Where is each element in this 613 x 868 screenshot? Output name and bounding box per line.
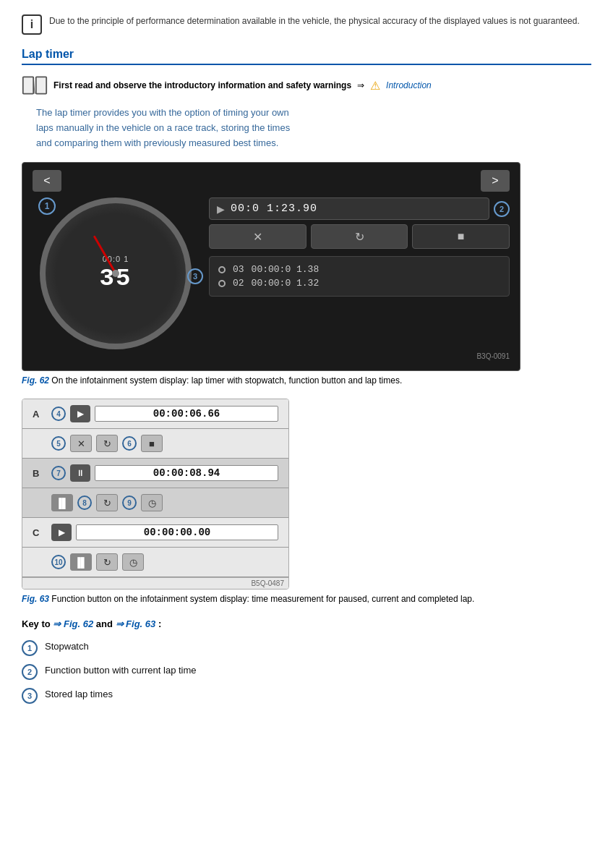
description-text: The lap timer provides you with the opti… (36, 106, 296, 150)
lap-record-row-2: 02 00:00:0 1.32 (218, 276, 500, 290)
fig63-section-b: B 7 ⏸ 00:00:08.94 (22, 459, 288, 488)
lap-time-2: 00:00:0 1.32 (252, 278, 320, 289)
fig62-container: < > 1 00:0 1 35 ▶ 00:0 1:23. (22, 162, 591, 386)
func-btns: ✕ ↻ ■ (209, 224, 510, 249)
book-icon (22, 75, 48, 95)
fig63-clock-btn-c[interactable]: ◷ (122, 553, 144, 571)
fig63-label-c: C (33, 527, 44, 538)
key-label-1: Stopwatch (45, 639, 89, 654)
fig63-lap-btn-b[interactable]: ↻ (96, 494, 118, 511)
key-fig63-ref: ⇒ Fig. 63 (116, 618, 156, 629)
stop-func-btn[interactable]: ■ (412, 224, 510, 249)
lap-record-row-1: 03 00:00:0 1.38 (218, 263, 500, 276)
warning-row: First read and observe the introductory … (22, 75, 591, 95)
fig63-section-c-func: 10 ▐▌ ↻ ◷ (22, 548, 288, 577)
lap-time-btn[interactable]: ▶ 00:0 1:23.90 (209, 197, 489, 220)
fig63-play-btn-c[interactable]: ▶ (51, 524, 72, 541)
key-circle-3: 3 (22, 688, 38, 704)
fig62-caption: Fig. 62 On the infotainment system displ… (22, 375, 591, 386)
fig63-clock-btn-b[interactable]: ◷ (141, 494, 163, 511)
dial-center-dot (112, 270, 119, 277)
fig63-play-btn[interactable]: ▶ (70, 405, 90, 422)
warning-text: First read and observe the introductory … (53, 80, 351, 90)
fig63-circle-10: 10 (51, 555, 66, 569)
fig63-section-b-func: ▐▌ 8 ↻ 9 ◷ (22, 488, 288, 518)
fig63-a-btn-row: 4 ▶ 00:00:06.66 (51, 405, 278, 422)
section-title: Lap timer (22, 48, 591, 65)
nav-left-button[interactable]: < (33, 170, 61, 192)
fig63-code: B5Q-0487 (22, 577, 288, 589)
key-label-3: Stored lap times (45, 687, 113, 702)
fig62-right-panel: ▶ 00:0 1:23.90 2 ✕ ↻ ■ 3 (209, 197, 510, 349)
fig63-c-func-row: 10 ▐▌ ↻ ◷ (51, 553, 278, 571)
lap-num-1: 03 (233, 264, 244, 275)
fig62-code: B3Q-0091 (33, 352, 510, 360)
fig63-section-a-func: 5 ✕ ↻ 6 ■ (22, 429, 288, 459)
svg-rect-0 (23, 77, 33, 93)
fig63-bar-btn-c[interactable]: ▐▌ (70, 553, 92, 571)
fig63-circle-4: 4 (51, 407, 66, 421)
circle-2: 2 (494, 201, 510, 217)
lap-dot-2 (218, 280, 226, 287)
stopwatch-dial: 00:0 1 35 (40, 197, 192, 349)
fig62-caption-label: Fig. 62 (22, 375, 49, 386)
key-label-2: Function button with current lap time (45, 663, 197, 678)
lap-records: 03 00:00:0 1.38 02 00:00:0 1.32 (209, 256, 510, 297)
fig63-circle-9: 9 (122, 495, 137, 510)
nav-right-button[interactable]: > (481, 170, 510, 192)
lap-time-text: 00:0 1:23.90 (231, 203, 317, 215)
key-title: Key to ⇒ Fig. 62 and ⇒ Fig. 63 : (22, 618, 591, 629)
fig63-time-b: 00:00:08.94 (95, 465, 278, 481)
circle-1: 1 (38, 197, 56, 215)
stopwatch-area: 1 00:0 1 35 (33, 197, 199, 349)
fig63-bar-btn-b[interactable]: ▐▌ (51, 494, 73, 511)
fig63-label-a: A (33, 409, 44, 420)
svg-rect-1 (36, 77, 46, 93)
fig63-caption-text: Function button on the infotainment syst… (51, 594, 474, 604)
fig63-pause-btn[interactable]: ⏸ (70, 464, 90, 482)
lap-time-1: 00:00:0 1.38 (252, 264, 320, 275)
info-text: Due to the principle of performance dete… (49, 14, 580, 27)
lap-display-row: ▶ 00:0 1:23.90 2 (209, 197, 510, 220)
fig63-caption: Fig. 63 Function button on the infotainm… (22, 594, 591, 604)
fig62-display: < > 1 00:0 1 35 ▶ 00:0 1:23. (22, 162, 520, 371)
fig63-stop-btn[interactable]: ■ (141, 435, 163, 452)
info-box: i Due to the principle of performance de… (22, 14, 591, 35)
fig63-cancel-btn[interactable]: ✕ (70, 435, 92, 452)
warning-link[interactable]: Introduction (386, 80, 432, 90)
fig63-circle-7: 7 (51, 466, 66, 480)
fig63-container: A 4 ▶ 00:00:06.66 5 ✕ ↻ 6 ■ B 7 ⏸ 00:00 (22, 399, 591, 604)
fig63-time-c: 00:00:00.00 (76, 524, 278, 540)
fig63-section-c: C ▶ 00:00:00.00 (22, 518, 288, 548)
dial-time-large: 35 (100, 265, 132, 292)
circle-3: 3 (187, 268, 203, 284)
key-item-3: 3 Stored lap times (22, 687, 591, 704)
fig63-display: A 4 ▶ 00:00:06.66 5 ✕ ↻ 6 ■ B 7 ⏸ 00:00 (22, 399, 289, 590)
fig63-lap-btn-a[interactable]: ↻ (96, 435, 118, 452)
fig63-time-a: 00:00:06.66 (95, 406, 278, 422)
warning-arrow: ⇒ (357, 80, 364, 90)
fig63-lap-btn-c[interactable]: ↻ (96, 553, 118, 571)
fig63-section-a: A 4 ▶ 00:00:06.66 (22, 399, 288, 429)
key-item-2: 2 Function button with current lap time (22, 663, 591, 680)
fig63-circle-6: 6 (122, 436, 137, 451)
key-circle-2: 2 (22, 664, 38, 680)
key-fig62-ref: ⇒ Fig. 62 (53, 618, 93, 629)
play-icon: ▶ (217, 203, 225, 215)
fig63-label-b: B (33, 468, 44, 479)
cancel-func-btn[interactable]: ✕ (209, 224, 306, 249)
lap-dot-1 (218, 266, 226, 273)
fig62-nav: < > (33, 170, 510, 192)
key-item-1: 1 Stopwatch (22, 639, 591, 656)
key-title-suffix: : (158, 618, 161, 629)
lap-func-btn[interactable]: ↻ (311, 224, 408, 249)
fig63-c-btn-row: ▶ 00:00:00.00 (51, 524, 278, 541)
fig63-a-func-row: 5 ✕ ↻ 6 ■ (51, 435, 278, 452)
key-section: Key to ⇒ Fig. 62 and ⇒ Fig. 63 : 1 Stopw… (22, 618, 591, 704)
fig62-caption-text: On the infotainment system display: lap … (51, 375, 402, 386)
fig63-b-func-row: ▐▌ 8 ↻ 9 ◷ (51, 494, 278, 511)
fig62-inner: 1 00:0 1 35 ▶ 00:0 1:23.90 2 (33, 197, 510, 349)
warning-triangle-icon: ⚠ (370, 79, 380, 93)
key-circle-1: 1 (22, 640, 38, 656)
info-icon: i (22, 14, 42, 35)
